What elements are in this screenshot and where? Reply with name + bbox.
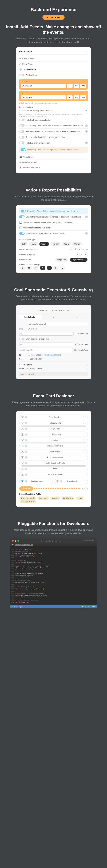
start-ampm[interactable]: AM	[80, 84, 86, 88]
show-future-toggle[interactable]	[19, 215, 25, 218]
drag-icon[interactable]: ⋮⋮	[82, 451, 86, 453]
try-backend-button[interactable]: TRY BACKEND	[43, 15, 64, 20]
close-dot[interactable]	[12, 540, 14, 541]
card-field-row[interactable]: Location⋮⋮	[19, 438, 88, 443]
drag-icon[interactable]: ⋮⋮	[82, 445, 86, 447]
tag[interactable]: Learn More	[37, 496, 49, 500]
file-tab[interactable]: class-calendar_generator.php	[15, 544, 33, 546]
allow-dates-checkbox[interactable]	[19, 226, 22, 229]
color-circle[interactable]	[25, 439, 27, 441]
tag[interactable]: Location	[50, 496, 60, 500]
dst-toggle[interactable]	[19, 136, 25, 138]
ett-label[interactable]: EventTop & Eventtop Fictiona...	[19, 368, 44, 370]
drag-icon[interactable]: ⋮⋮	[82, 428, 86, 430]
color-circle[interactable]	[25, 462, 27, 464]
card-field-row[interactable]: Social Share Icons⋮⋮	[19, 472, 88, 477]
eye-icon[interactable]	[21, 473, 24, 476]
add-row-button[interactable]: + Add a new	[19, 487, 33, 491]
month-input[interactable]	[19, 342, 74, 346]
yearlong-toggle[interactable]	[19, 130, 25, 133]
eye-icon[interactable]	[21, 433, 24, 436]
allday-toggle[interactable]	[19, 73, 25, 76]
monthlong-toggle[interactable]	[19, 124, 25, 127]
eye-icon[interactable]	[21, 428, 24, 430]
card-field-row[interactable]: Location Image⋮⋮	[19, 432, 88, 437]
mode-single[interactable]: Single Day	[55, 258, 68, 261]
color-circle[interactable]	[25, 416, 27, 418]
genopt-label[interactable]: General Options	[19, 364, 32, 366]
eye-icon[interactable]	[21, 462, 24, 464]
grid-icon[interactable]: ⊞ ⊟ ⊡	[81, 487, 88, 490]
type-custom[interactable]: Custom	[72, 242, 82, 246]
drag-icon[interactable]: ⋮⋮	[82, 480, 86, 483]
gap-plus[interactable]: +	[77, 247, 81, 251]
cal-id-input[interactable]	[28, 322, 88, 326]
color-circle[interactable]	[25, 468, 27, 470]
day-t[interactable]: T	[33, 266, 38, 270]
progress-toggle[interactable]	[19, 142, 25, 144]
end-ampm[interactable]: AM	[80, 95, 86, 99]
color-circle[interactable]	[25, 428, 27, 430]
num-minus[interactable]: −	[76, 252, 80, 256]
card-field-row[interactable]: Time⋮⋮	[19, 466, 88, 471]
loadmore-toggle[interactable]	[19, 338, 25, 340]
color-circle[interactable]	[25, 433, 27, 436]
tab-main[interactable]: Main Calendar ▾	[19, 315, 42, 319]
eye-icon[interactable]	[21, 451, 24, 453]
color-circle[interactable]	[25, 451, 27, 453]
day-s2[interactable]: S	[60, 266, 65, 270]
subtitle-row[interactable]: Event Subtitle	[22, 58, 88, 60]
num-plus[interactable]: +	[84, 252, 88, 256]
card-field-row[interactable]: Add to your calendar⋮⋮	[19, 455, 88, 460]
color-circle[interactable]	[25, 480, 27, 483]
tag[interactable]: Custom Meta Field	[20, 500, 36, 503]
help-icon[interactable]: ?	[85, 130, 88, 133]
tag[interactable]: Get Directions	[61, 496, 75, 500]
drag-icon[interactable]: ⋮⋮	[82, 456, 86, 459]
tag[interactable]: Paypal	[76, 496, 84, 500]
lang-link[interactable]: (Update Language Text)	[44, 354, 61, 356]
eye-icon[interactable]	[21, 468, 24, 470]
min-dot[interactable]	[15, 540, 16, 541]
gap-minus[interactable]: −	[69, 247, 73, 251]
color-circle[interactable]	[25, 456, 27, 459]
hide-end-toggle[interactable]	[19, 119, 25, 121]
start-hour[interactable]	[67, 84, 73, 88]
drag-icon[interactable]: ⋮⋮	[82, 433, 86, 436]
start-date-input[interactable]	[21, 84, 66, 88]
repeat-enable-toggle[interactable]	[21, 210, 26, 213]
event-details-row[interactable]: Event Details⋮⋮	[54, 479, 88, 484]
color-circle[interactable]	[25, 473, 27, 476]
card-field-row[interactable]: Event Photos⋮⋮	[19, 449, 88, 454]
help-icon[interactable]: ?	[85, 215, 88, 218]
type-hourly[interactable]: Hourly	[29, 242, 38, 246]
help-icon[interactable]: ?	[85, 124, 88, 127]
eye-icon[interactable]	[21, 456, 24, 459]
eye-icon[interactable]	[21, 416, 24, 418]
day-t2[interactable]: T	[47, 266, 52, 270]
mode-dow[interactable]: Days of the week	[70, 258, 87, 261]
drag-icon[interactable]: ⋮⋮	[82, 468, 86, 470]
tag[interactable]: Event Repeats Info	[20, 496, 36, 500]
featured-image-row[interactable]: Featured Image⋮⋮	[19, 479, 53, 484]
show-end-checkbox[interactable]	[19, 221, 22, 224]
health-row[interactable]: Health Guidelines	[22, 161, 88, 163]
location-row[interactable]: Location and Venue	[23, 167, 88, 169]
color-circle[interactable]	[25, 445, 27, 447]
day-f[interactable]: F	[53, 266, 58, 270]
card-field-row[interactable]: Health Guidelines Details⋮⋮	[19, 461, 88, 466]
help-icon[interactable]: ?	[85, 142, 88, 144]
day-m[interactable]: M	[26, 266, 32, 270]
fixed-input[interactable]	[19, 348, 73, 352]
end-min[interactable]	[74, 95, 79, 99]
drag-icon[interactable]: ⋮⋮	[82, 462, 86, 464]
tab-other2[interactable]: ▾	[65, 315, 88, 319]
eye-icon[interactable]	[21, 422, 24, 424]
count-input[interactable]	[19, 332, 74, 336]
drag-icon[interactable]: ⋮⋮	[48, 480, 51, 483]
end-date-input[interactable]	[21, 95, 66, 99]
drag-icon[interactable]: ⋮⋮	[82, 416, 86, 418]
timezone-select[interactable]: (GMT-11:00) Midway Island, Samoa	[19, 108, 88, 113]
repeat-toggle[interactable]	[21, 148, 26, 151]
collapse-icon[interactable]: —	[86, 50, 88, 53]
